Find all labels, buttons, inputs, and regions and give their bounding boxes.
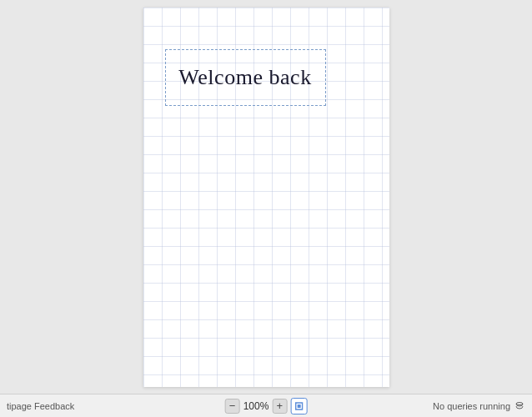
welcome-text: Welcome back (178, 65, 311, 90)
text-block[interactable]: Welcome back (165, 49, 326, 106)
status-bar: tipage Feedback − 100% + No queries runn… (0, 394, 532, 417)
svg-point-2 (516, 402, 523, 404)
zoom-level-label: 100% (243, 400, 269, 412)
zoom-fit-button[interactable] (290, 398, 307, 414)
document-page: Welcome back (143, 8, 389, 387)
database-icon (514, 400, 525, 412)
zoom-controls: − 100% + (225, 398, 308, 414)
zoom-plus-button[interactable]: + (272, 399, 287, 414)
status-right: No queries running (433, 400, 525, 412)
feedback-label: tipage Feedback (7, 401, 74, 411)
canvas-area: Welcome back (0, 0, 532, 394)
fit-icon (294, 402, 303, 410)
no-queries-label: No queries running (433, 401, 510, 411)
svg-rect-1 (297, 404, 300, 408)
zoom-minus-button[interactable]: − (225, 399, 240, 414)
status-left: tipage Feedback (7, 401, 433, 411)
